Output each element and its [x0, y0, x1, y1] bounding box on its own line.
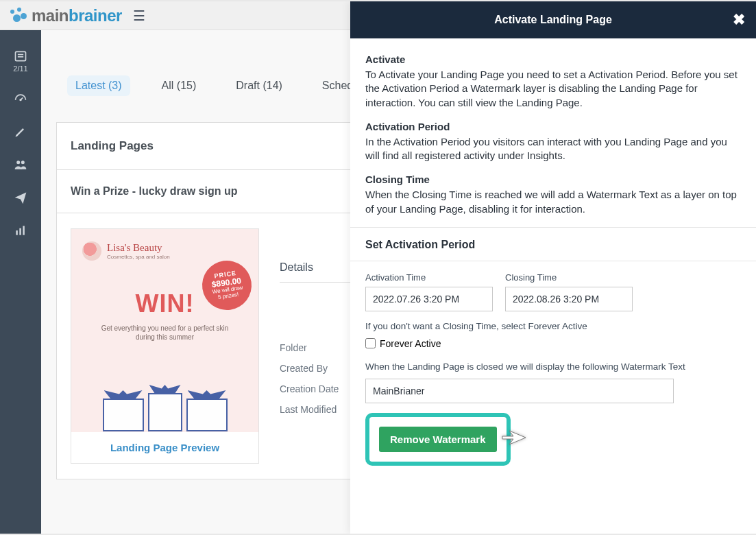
svg-rect-8 [19, 228, 21, 235]
cursor-arrow-icon [500, 428, 527, 450]
brand-logo: mainbrainer [8, 6, 122, 25]
svg-rect-9 [23, 226, 25, 235]
drawer-title: Activate Landing Page [494, 14, 612, 26]
preview-thumbnail: Lisa's Beauty Cosmetics, spa and salon P… [71, 229, 258, 431]
activate-text: To Activate your Landing Page you need t… [365, 68, 741, 110]
landing-page-preview[interactable]: Lisa's Beauty Cosmetics, spa and salon P… [71, 228, 259, 464]
sidebar-item-insights[interactable] [14, 224, 27, 237]
activate-heading: Activate [365, 54, 741, 65]
svg-point-5 [16, 160, 20, 164]
price-note2: 5 prizes! [218, 292, 239, 300]
closing-time-label: Closing Time [505, 272, 633, 283]
flower-icon [82, 241, 101, 261]
period-text: In the Activation Period you visitors ca… [365, 135, 741, 163]
sidebar-item-users[interactable] [14, 158, 27, 171]
drawer-header: Activate Landing Page ✖ [350, 1, 756, 38]
forever-active-label: Forever Active [380, 338, 441, 349]
svg-point-6 [21, 160, 25, 164]
bar-chart-icon [14, 224, 27, 237]
watermark-text-input[interactable] [365, 379, 674, 403]
closing-time-input[interactable] [505, 287, 633, 311]
tab-draft[interactable]: Draft (14) [228, 75, 291, 96]
promo-brand: Lisa's Beauty Cosmetics, spa and salon [82, 241, 170, 261]
users-icon [14, 158, 27, 171]
svg-line-4 [21, 97, 23, 99]
closing-text: When the Closing Time is reached we will… [365, 188, 741, 216]
brand-logo-icon [8, 8, 29, 24]
watermark-note: When the Landing Page is closed we will … [365, 361, 741, 372]
brand-prefix: main [32, 6, 69, 25]
hamburger-icon[interactable]: ☰ [133, 8, 145, 24]
promo-gifts [71, 363, 258, 431]
activation-time-input[interactable] [365, 287, 493, 311]
remove-watermark-button[interactable]: Remove Watermark [379, 427, 497, 452]
gauge-icon [14, 92, 27, 106]
paper-plane-icon [14, 191, 27, 204]
preview-label: Landing Page Preview [71, 432, 258, 463]
activation-time-label: Activation Time [365, 272, 493, 283]
brand-name: mainbrainer [32, 6, 122, 25]
promo-sub: Get everything you need for a perfect sk… [71, 324, 258, 342]
closing-heading: Closing Time [365, 174, 741, 185]
svg-rect-7 [16, 230, 18, 235]
tab-all[interactable]: All (15) [154, 75, 205, 96]
sidebar-item-progress[interactable]: 2/11 [13, 49, 27, 73]
set-activation-title: Set Activation Period [365, 239, 741, 251]
sidebar-item-dashboard[interactable] [14, 92, 27, 106]
pencil-icon [14, 125, 27, 139]
brand-suffix: brainer [69, 6, 122, 25]
activate-drawer: Activate Landing Page ✖ Activate To Acti… [350, 1, 756, 534]
sidebar: 2/11 [0, 30, 41, 534]
sidebar-progress-label: 2/11 [13, 64, 27, 73]
list-icon [14, 49, 27, 63]
activation-form: Activation Time Closing Time If you don'… [350, 259, 756, 481]
tab-latest[interactable]: Latest (3) [67, 75, 130, 96]
promo-brand-sub: Cosmetics, spa and salon [107, 254, 170, 260]
sidebar-item-edit[interactable] [14, 125, 27, 139]
forever-active-input[interactable] [365, 338, 376, 348]
sidebar-item-send[interactable] [14, 191, 27, 204]
period-heading: Activation Period [365, 121, 741, 132]
promo-brand-name: Lisa's Beauty [107, 242, 170, 254]
remove-watermark-highlight: Remove Watermark [365, 413, 511, 466]
forever-active-checkbox[interactable]: Forever Active [365, 338, 741, 349]
forever-note: If you don't want a Closing Time, select… [365, 321, 741, 331]
close-icon[interactable]: ✖ [733, 11, 745, 29]
drawer-body: Activate To Activate your Landing Page y… [350, 38, 756, 259]
